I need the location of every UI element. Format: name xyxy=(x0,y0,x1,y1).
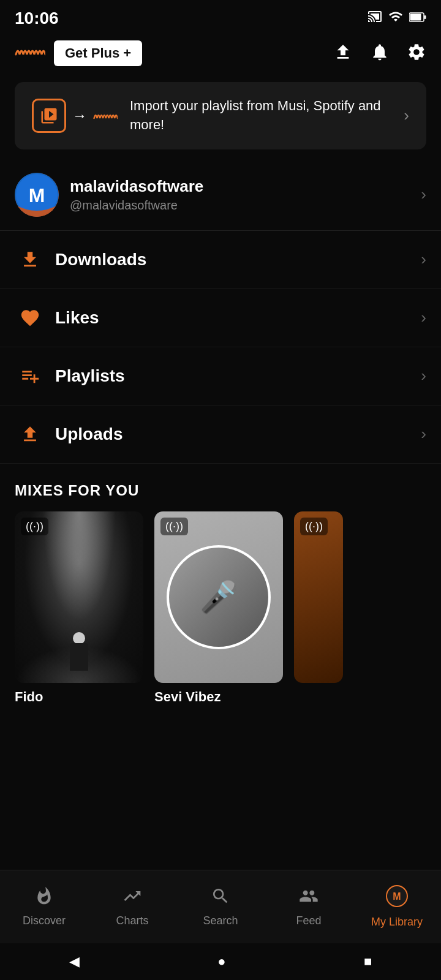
import-banner[interactable]: → Import your playlist from Musi, Spotif… xyxy=(15,82,426,149)
upload-menu-icon xyxy=(15,424,45,445)
radio-badge-fido: ((·)) xyxy=(21,518,48,535)
trending-up-icon xyxy=(123,886,142,911)
charts-label: Charts xyxy=(116,914,148,927)
bottom-nav: Discover Charts Search Feed xyxy=(0,870,441,943)
mix-thumb-sevi: 🎤 ((·)) xyxy=(154,511,283,683)
likes-label: Likes xyxy=(55,308,421,328)
bell-icon[interactable] xyxy=(370,42,390,64)
upload-icon[interactable] xyxy=(333,42,353,64)
uploads-label: Uploads xyxy=(55,424,421,444)
download-icon xyxy=(15,249,45,270)
import-icons: → xyxy=(32,99,118,133)
status-icons xyxy=(368,9,426,28)
mixes-title: MIXES FOR YOU xyxy=(15,482,426,499)
profile-row[interactable]: M malavidasoftware @malavidasoftware › xyxy=(0,159,441,231)
mix-card-sevi[interactable]: 🎤 ((·)) Sevi Vibez xyxy=(154,511,283,705)
cast-icon xyxy=(368,9,382,28)
downloads-item[interactable]: Downloads › xyxy=(0,231,441,289)
uploads-chevron-icon: › xyxy=(421,424,426,443)
feed-label: Feed xyxy=(296,914,321,927)
svg-rect-2 xyxy=(424,15,426,19)
status-time: 10:06 xyxy=(15,9,59,28)
mix-thumb-third: ((·)) xyxy=(294,511,343,683)
tab-feed[interactable]: Feed xyxy=(265,880,353,933)
downloads-chevron-icon: › xyxy=(421,250,426,269)
mixes-row: ((·)) Fido 🎤 ((·)) Sevi Vibez xyxy=(15,511,426,705)
svg-text:M: M xyxy=(393,891,401,902)
home-button[interactable]: ● xyxy=(217,954,225,970)
heart-icon xyxy=(15,307,45,328)
mix-thumb-fido: ((·)) xyxy=(15,511,143,683)
status-bar: 10:06 xyxy=(0,0,441,34)
library-icon: M xyxy=(386,885,408,912)
tab-search[interactable]: Search xyxy=(176,880,265,933)
profile-chevron-icon: › xyxy=(421,185,426,204)
brand-waves-icon xyxy=(93,108,118,123)
nav-actions xyxy=(333,42,426,64)
svg-text:M: M xyxy=(29,184,45,206)
my-library-label: My Library xyxy=(371,916,423,929)
battery-icon xyxy=(409,10,426,26)
playlists-label: Playlists xyxy=(55,366,421,386)
playlists-item[interactable]: Playlists › xyxy=(0,347,441,405)
mix-card-third[interactable]: ((·)) xyxy=(294,511,343,705)
tab-my-library[interactable]: M My Library xyxy=(353,879,441,935)
import-chevron-icon: › xyxy=(404,106,409,125)
import-text: Import your playlist from Musi, Spotify … xyxy=(130,97,391,135)
logo-area: Get Plus + xyxy=(15,40,142,66)
radio-badge-sevi: ((·)) xyxy=(160,518,188,535)
wifi-icon xyxy=(388,9,403,28)
tab-charts[interactable]: Charts xyxy=(88,880,176,933)
mix-card-fido[interactable]: ((·)) Fido xyxy=(15,511,143,705)
library-logo-icon: M xyxy=(386,885,408,907)
get-plus-button[interactable]: Get Plus + xyxy=(54,40,142,66)
top-nav: Get Plus + xyxy=(0,34,441,72)
people-icon xyxy=(299,886,318,911)
mix-name-fido: Fido xyxy=(15,689,143,705)
mix-name-sevi: Sevi Vibez xyxy=(154,689,283,705)
playlist-add-icon xyxy=(15,366,45,386)
svg-rect-1 xyxy=(410,14,421,21)
tab-discover[interactable]: Discover xyxy=(0,880,88,933)
recent-button[interactable]: ■ xyxy=(364,954,372,970)
get-plus-label: Get Plus + xyxy=(65,45,131,61)
search-label: Search xyxy=(203,914,238,927)
search-icon xyxy=(211,886,230,911)
profile-info: malavidasoftware @malavidasoftware xyxy=(70,177,421,213)
likes-item[interactable]: Likes › xyxy=(0,289,441,347)
back-button[interactable]: ◀ xyxy=(69,954,80,970)
fire-icon xyxy=(34,886,54,911)
discover-label: Discover xyxy=(23,914,66,927)
profile-name: malavidasoftware xyxy=(70,177,421,196)
uploads-item[interactable]: Uploads › xyxy=(0,405,441,464)
profile-handle: @malavidasoftware xyxy=(70,198,421,213)
playlists-chevron-icon: › xyxy=(421,366,426,385)
gear-icon[interactable] xyxy=(407,42,426,64)
downloads-label: Downloads xyxy=(55,250,421,270)
likes-chevron-icon: › xyxy=(421,308,426,327)
audiomack-logo xyxy=(15,42,45,65)
mixes-section: MIXES FOR YOU ((·) xyxy=(0,464,441,705)
radio-badge-third: ((·)) xyxy=(300,518,328,535)
arrow-icon: → xyxy=(72,107,87,124)
playlist-import-icon xyxy=(32,99,66,133)
avatar-image: M xyxy=(15,173,59,217)
avatar: M xyxy=(15,173,59,217)
system-nav: ◀ ● ■ xyxy=(0,943,441,980)
